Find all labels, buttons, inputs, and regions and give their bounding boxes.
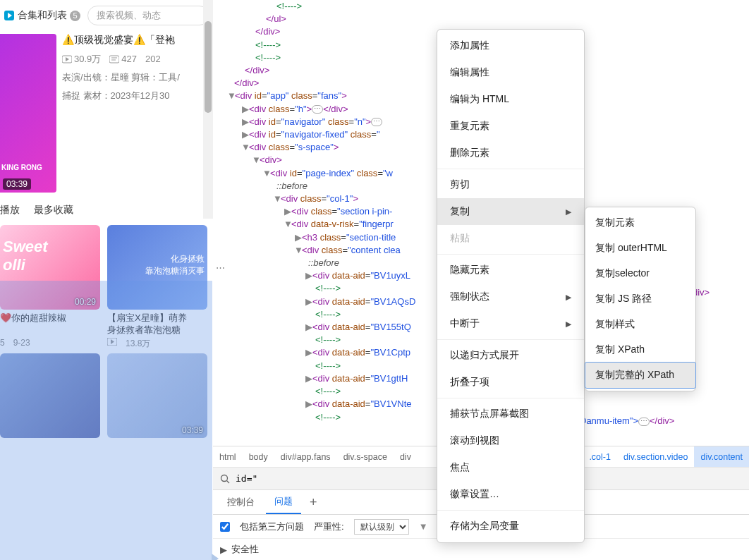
ctx-collapse[interactable]: 折叠子项 <box>437 369 584 396</box>
expand-arrow-icon[interactable]: ▶ <box>294 231 302 244</box>
ellipsis-icon[interactable]: ⋯ <box>371 118 382 126</box>
expand-arrow-icon[interactable]: ▶ <box>241 103 249 116</box>
ctx-expand[interactable]: 以递归方式展开 <box>437 342 584 369</box>
gutter-menu-icon[interactable]: ⋯ <box>213 262 227 273</box>
scrollbar-handle[interactable] <box>205 21 212 113</box>
separator <box>437 339 584 340</box>
svg-rect-4 <box>109 56 119 63</box>
ctx-screenshot[interactable]: 捕获节点屏幕截图 <box>437 401 584 427</box>
expand-arrow-icon[interactable]: ▼ <box>273 193 281 205</box>
expand-arrow-icon[interactable]: ▼ <box>262 167 270 180</box>
chevron-right-icon: ▶ <box>566 293 571 302</box>
grid-item[interactable] <box>0 353 100 438</box>
grid-item[interactable]: 【扇宝X星曈】萌养身拯救者靠泡泡糖 13.8万 <box>107 225 207 350</box>
video-cast: 表演/出镜：星曈 剪辑：工具/ <box>62 71 207 84</box>
copy-selector[interactable]: 复制selector <box>585 261 695 286</box>
crumb-section[interactable]: div.section.video <box>617 446 695 467</box>
expand-arrow-icon[interactable]: ▶ <box>305 346 312 359</box>
ctx-cut[interactable]: 剪切 <box>437 171 584 198</box>
expand-arrow-icon[interactable]: ▼ <box>252 154 260 166</box>
grid-item[interactable]: 00:29 ❤️你的超甜辣椒 59-23 <box>0 225 100 350</box>
expand-arrow-icon[interactable]: ▶ <box>241 116 249 128</box>
grid-views: 5 <box>0 338 5 348</box>
tab-console[interactable]: 控制台 <box>219 490 263 514</box>
sort-fav[interactable]: 最多收藏 <box>34 204 73 217</box>
crumb-col[interactable]: .col-1 <box>583 446 617 467</box>
include-third-party-checkbox[interactable] <box>220 522 230 532</box>
ctx-delete[interactable]: 删除元素 <box>437 140 584 166</box>
issue-security: 安全性 <box>231 543 259 556</box>
separator <box>437 254 584 255</box>
play-icon <box>4 10 15 21</box>
ctx-focus[interactable]: 焦点 <box>437 454 584 481</box>
chevron-right-icon: ▶ <box>566 207 571 217</box>
expand-arrow-icon[interactable]: ▶ <box>305 321 312 334</box>
ctx-store-global[interactable]: 存储为全局变量 <box>437 513 584 540</box>
video-title[interactable]: ⚠️顶级视觉盛宴⚠️「登袍 <box>62 34 207 46</box>
tab-issues[interactable]: 问题 <box>266 490 301 514</box>
add-tab-button[interactable]: + <box>304 495 323 510</box>
copy-js-path[interactable]: 复制 JS 路径 <box>585 286 695 312</box>
copy-submenu: 复制元素 复制 outerHTML 复制selector 复制 JS 路径 复制… <box>585 207 696 391</box>
expand-arrow-icon[interactable]: ▼ <box>284 218 291 231</box>
expand-arrow-icon[interactable]: ▶ <box>284 205 291 218</box>
danmu-stat: 427 <box>109 54 137 64</box>
ellipsis-icon[interactable]: ⋯ <box>638 418 650 426</box>
ctx-break[interactable]: 中断于▶ <box>437 310 584 337</box>
severity-select[interactable]: 默认级别 <box>354 519 409 535</box>
crumb-space[interactable]: div.s-space <box>337 446 394 467</box>
ctx-edit-html[interactable]: 编辑为 HTML <box>437 86 584 113</box>
copy-element[interactable]: 复制元素 <box>585 210 695 236</box>
play-icon <box>107 338 117 346</box>
ctx-copy[interactable]: 复制▶ <box>437 198 584 225</box>
tab-badge: 5 <box>70 11 80 21</box>
copy-outerhtml[interactable]: 复制 outerHTML <box>585 236 695 261</box>
ctx-scroll[interactable]: 滚动到视图 <box>437 427 584 454</box>
crumb-html[interactable]: html <box>213 446 243 467</box>
expand-arrow-icon[interactable]: ▶ <box>305 269 312 282</box>
ctx-hide[interactable]: 隐藏元素 <box>437 257 584 284</box>
expand-arrow-icon[interactable]: ▶ <box>305 398 312 410</box>
sidebar-scrollbar[interactable] <box>203 0 213 219</box>
grid-item[interactable]: 03:39 <box>107 353 207 438</box>
ctx-paste: 粘贴 <box>437 225 584 252</box>
crumb-app[interactable]: div#app.fans <box>274 446 337 467</box>
views-stat: 30.9万 <box>62 53 101 66</box>
svg-marker-3 <box>66 57 69 61</box>
ctx-add-attribute[interactable]: 添加属性 <box>437 32 584 59</box>
ctx-edit-attribute[interactable]: 编辑属性 <box>437 59 584 86</box>
thumb-text: KING RONG <box>1 164 42 171</box>
ctx-badge[interactable]: 徽章设置… <box>437 481 584 508</box>
copy-full-xpath[interactable]: 复制完整的 XPath <box>585 362 696 389</box>
ctx-force-state[interactable]: 强制状态▶ <box>437 284 584 310</box>
carousel-arrow-icon[interactable] <box>212 554 219 560</box>
expand-arrow-icon[interactable]: ▼ <box>227 90 235 102</box>
video-search[interactable]: 搜索视频、动态 <box>87 6 209 25</box>
crumb-div[interactable]: div <box>394 446 418 467</box>
ellipsis-icon[interactable]: ⋯ <box>312 105 323 114</box>
video-thumbnail[interactable]: KING RONG 03:39 <box>0 34 56 193</box>
separator <box>437 169 584 169</box>
tab-collections[interactable]: 合集和列表 5 <box>4 9 80 22</box>
expand-arrow-icon[interactable]: ▼ <box>241 141 249 154</box>
expand-arrow-icon[interactable]: ▶ <box>220 544 227 555</box>
sort-play[interactable]: 播放 <box>0 204 20 217</box>
crumb-body[interactable]: body <box>243 446 274 467</box>
video-capture: 捕捉 素材：2023年12月30 <box>62 90 207 102</box>
third-party-label: 包括第三方问题 <box>240 521 304 533</box>
expand-arrow-icon[interactable]: ▶ <box>241 128 249 141</box>
svg-marker-8 <box>111 339 114 344</box>
copy-styles[interactable]: 复制样式 <box>585 312 695 337</box>
svg-line-10 <box>227 481 230 484</box>
expand-arrow-icon[interactable]: ▶ <box>305 296 312 308</box>
expand-arrow-icon[interactable]: ▶ <box>305 372 312 385</box>
video-duration: 03:39 <box>3 178 31 190</box>
copy-xpath[interactable]: 复制 XPath <box>585 337 695 363</box>
context-menu: 添加属性 编辑属性 编辑为 HTML 重复元素 删除元素 剪切 复制▶ 粘贴 隐… <box>437 29 585 543</box>
ctx-duplicate[interactable]: 重复元素 <box>437 113 584 140</box>
expand-arrow-icon[interactable]: ▼ <box>294 244 302 257</box>
separator <box>437 510 584 511</box>
video-date: 202 <box>145 54 161 64</box>
search-icon <box>220 473 230 485</box>
crumb-content[interactable]: div.content <box>694 446 749 467</box>
